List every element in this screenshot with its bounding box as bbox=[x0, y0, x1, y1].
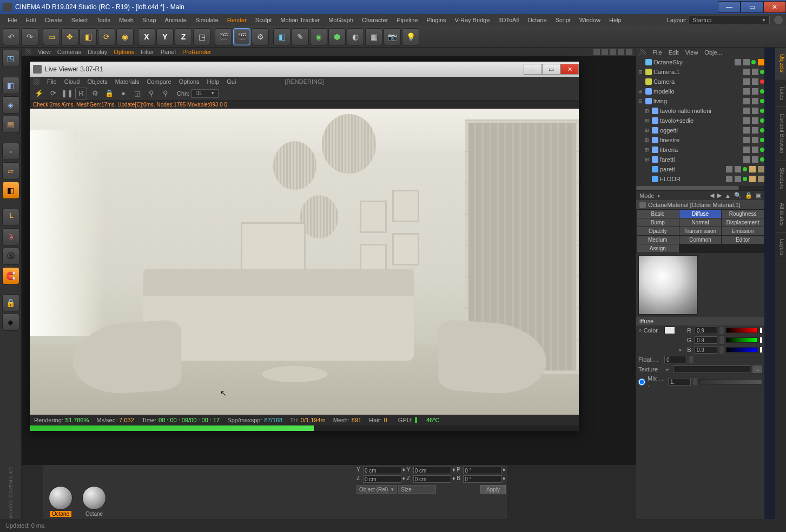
vis-render-tag[interactable] bbox=[752, 117, 758, 124]
texture-mode[interactable]: ◈ bbox=[2, 96, 19, 114]
lv-refresh-icon[interactable]: ⚡ bbox=[33, 88, 45, 99]
menu-pipeline[interactable]: Pipeline bbox=[392, 14, 422, 26]
lasso-tool[interactable]: ◉ bbox=[116, 28, 134, 45]
mix-radio[interactable] bbox=[638, 378, 645, 385]
material-preview[interactable] bbox=[638, 255, 698, 315]
vp-menu-view[interactable]: View bbox=[38, 49, 51, 55]
menu-select[interactable]: Select bbox=[67, 14, 93, 26]
mode-dropdown-icon[interactable]: ▸ bbox=[658, 193, 660, 198]
menu-animate[interactable]: Animate bbox=[161, 14, 191, 26]
attr-tab-displacement[interactable]: Displacement bbox=[722, 218, 764, 227]
menu-render[interactable]: Render bbox=[223, 14, 251, 26]
menu-file[interactable]: File bbox=[3, 14, 22, 26]
menu-octane[interactable]: Octane bbox=[523, 14, 551, 26]
channel-spinner[interactable] bbox=[719, 346, 724, 354]
enable-dot[interactable] bbox=[743, 167, 747, 171]
enable-dot[interactable] bbox=[760, 89, 764, 94]
menu-sculpt[interactable]: Sculpt bbox=[251, 14, 276, 26]
lv-menu-materials[interactable]: Materials bbox=[115, 78, 140, 85]
slider-handle[interactable] bbox=[760, 337, 762, 343]
lv-menu-gui[interactable]: Gui bbox=[227, 78, 236, 85]
coord-field[interactable]: 0 cm bbox=[363, 467, 401, 474]
object-row-tavolo-sedie[interactable]: ⊞tavolo+sedie bbox=[636, 116, 764, 125]
slider-handle[interactable] bbox=[760, 347, 762, 353]
vis-editor-tag[interactable] bbox=[726, 176, 732, 182]
attr-tab-common[interactable]: Common bbox=[679, 236, 722, 244]
object-row-living[interactable]: ⊟living bbox=[636, 96, 764, 106]
side-tab-objects[interactable]: Objects bbox=[775, 48, 786, 79]
object-row-faretti[interactable]: ⊞faretti bbox=[636, 155, 764, 164]
expand-icon[interactable]: ⊞ bbox=[645, 137, 650, 143]
deformer-tool[interactable]: ◐ bbox=[347, 28, 364, 45]
coord-field[interactable]: 0 cm bbox=[413, 475, 452, 483]
camera-tool[interactable]: 📷 bbox=[384, 28, 401, 45]
obj-menu-view[interactable]: View bbox=[685, 49, 698, 56]
object-row-finestre[interactable]: ⊞finestre bbox=[636, 135, 764, 145]
object-row-tavolo-rialto-molteni[interactable]: ⊞tavolo rialto molteni bbox=[636, 106, 764, 116]
coord-mode-dropdown[interactable]: Object (Rel)▼ bbox=[356, 485, 397, 494]
vis-render-tag[interactable] bbox=[735, 176, 741, 182]
channel-spinner[interactable] bbox=[719, 336, 724, 344]
attr-tab-diffuse[interactable]: Diffuse bbox=[679, 210, 722, 218]
enable-dot[interactable] bbox=[760, 128, 764, 132]
y-axis-toggle[interactable]: Y bbox=[156, 28, 174, 45]
attr-tab-transmission[interactable]: Transmission bbox=[679, 227, 722, 235]
float-slider[interactable] bbox=[696, 357, 762, 362]
enable-dot[interactable] bbox=[760, 157, 764, 162]
vis-editor-tag[interactable] bbox=[743, 88, 750, 95]
texture-field[interactable] bbox=[673, 365, 750, 373]
attr-tab-normal[interactable]: Normal bbox=[679, 218, 722, 227]
vp-menu-display[interactable]: Display bbox=[88, 49, 107, 55]
vis-render-tag[interactable] bbox=[752, 88, 758, 95]
vis-render-tag[interactable] bbox=[743, 59, 750, 65]
attr-up-icon[interactable]: ▲ bbox=[725, 192, 731, 199]
object-row-libreria[interactable]: ⊞libreria bbox=[636, 145, 764, 155]
z-axis-toggle[interactable]: Z bbox=[175, 28, 192, 45]
vis-render-tag[interactable] bbox=[752, 147, 758, 153]
vis-editor-tag[interactable] bbox=[743, 137, 750, 143]
vp-menu-prorender[interactable]: ProRender bbox=[182, 49, 211, 55]
vis-editor-tag[interactable] bbox=[743, 78, 750, 85]
attr-tab-opacity[interactable]: Opacity bbox=[637, 227, 679, 235]
object-row-camera-1[interactable]: ⊞Camera.1 bbox=[636, 67, 764, 77]
coord-system[interactable]: ◳ bbox=[193, 28, 210, 45]
subdivision-surface[interactable]: ◉ bbox=[310, 28, 327, 45]
vp-icon-5[interactable] bbox=[626, 49, 632, 55]
enable-dot[interactable] bbox=[760, 99, 764, 103]
vis-render-tag[interactable] bbox=[752, 156, 758, 163]
vp-icon-3[interactable] bbox=[610, 49, 616, 55]
object-row-oggetti[interactable]: ⊞oggetti bbox=[636, 125, 764, 135]
lv-region-icon[interactable]: R bbox=[75, 88, 87, 99]
attr-tab-assign[interactable]: Assign bbox=[637, 244, 679, 252]
menu-mesh[interactable]: Mesh bbox=[115, 14, 138, 26]
menu-create[interactable]: Create bbox=[41, 14, 67, 26]
object-row-camera[interactable]: Camera bbox=[636, 77, 764, 87]
lv-pin2-icon[interactable]: ⚲ bbox=[160, 88, 171, 99]
lv-settings-icon[interactable]: ⚙ bbox=[89, 88, 101, 99]
vis-editor-tag[interactable] bbox=[743, 108, 750, 114]
object-row-pareti[interactable]: pareti bbox=[636, 164, 764, 174]
side-tab-attributes[interactable]: Attributes bbox=[775, 196, 786, 232]
vis-render-tag[interactable] bbox=[752, 98, 758, 104]
vp-menu-cameras[interactable]: Cameras bbox=[57, 49, 82, 55]
menu-simulate[interactable]: Simulate bbox=[191, 14, 223, 26]
obj-menu-file[interactable]: File bbox=[652, 49, 662, 56]
expand-icon[interactable]: ⊟ bbox=[638, 98, 644, 104]
attr-nav-fwd-icon[interactable]: ▶ bbox=[717, 192, 722, 199]
vis-editor-tag[interactable] bbox=[743, 156, 750, 163]
move-tool[interactable]: ✥ bbox=[61, 28, 78, 45]
side-tab-layers[interactable]: Layers bbox=[775, 232, 786, 262]
grip-icon[interactable] bbox=[25, 49, 31, 55]
lv-pause-icon[interactable]: ❚❚ bbox=[61, 88, 73, 99]
vis-render-tag[interactable] bbox=[752, 108, 758, 114]
vp-icon-4[interactable] bbox=[618, 49, 624, 55]
vis-editor-tag[interactable] bbox=[743, 69, 750, 75]
expand-icon[interactable]: ⊞ bbox=[645, 128, 650, 133]
menu-v-ray-bridge[interactable]: V-Ray Bridge bbox=[451, 14, 494, 26]
obj-menu-edit[interactable]: Edit bbox=[669, 49, 679, 56]
coord-field[interactable]: 0 ° bbox=[463, 475, 501, 483]
vp-icon-2[interactable] bbox=[602, 49, 608, 55]
attr-new-icon[interactable]: ▣ bbox=[756, 192, 761, 199]
menu-3dtoall[interactable]: 3DToAll bbox=[494, 14, 523, 26]
enable-dot[interactable] bbox=[760, 79, 764, 84]
